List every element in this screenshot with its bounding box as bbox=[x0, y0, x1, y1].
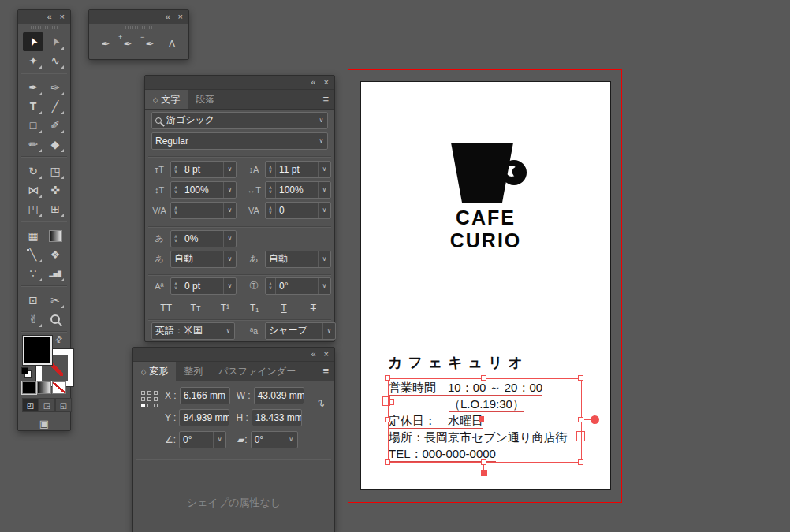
chevron-down-icon[interactable]: ∨ bbox=[223, 162, 236, 177]
superscript-button[interactable]: T¹ bbox=[211, 303, 240, 314]
paintbrush-tool[interactable]: ✐ bbox=[45, 116, 65, 135]
horizontal-scale-field[interactable]: ∧∨ 100% ∨ bbox=[265, 181, 331, 199]
tab-pathfinder[interactable]: パスファインダー bbox=[211, 362, 304, 381]
swap-fill-stroke-icon[interactable]: ⇄ bbox=[53, 333, 65, 346]
none-button[interactable] bbox=[52, 381, 66, 394]
artboard-tool[interactable]: ⊡ bbox=[23, 291, 43, 310]
aki-left-field[interactable]: 自動 ∨ bbox=[170, 251, 237, 268]
stepper[interactable]: ∧∨ bbox=[171, 162, 181, 177]
tab-paragraph[interactable]: 段落 bbox=[188, 90, 222, 109]
font-style-field[interactable]: Regular ∨ bbox=[151, 132, 328, 150]
lasso-tool[interactable]: ∿ bbox=[45, 51, 65, 70]
chevron-down-icon[interactable]: ∨ bbox=[318, 251, 330, 267]
chevron-down-icon[interactable]: ∨ bbox=[285, 432, 297, 448]
logo-text-cafe[interactable]: CAFE bbox=[361, 208, 610, 228]
vertical-scale-field[interactable]: ∧∨ 100% ∨ bbox=[170, 181, 237, 199]
screen-mode-button[interactable]: ▣ bbox=[18, 418, 70, 430]
leading-field[interactable]: ∧∨ 11 pt ∨ bbox=[265, 161, 331, 178]
language-field[interactable]: 英語：米国 ∨ bbox=[151, 322, 235, 340]
shear-angle-field[interactable]: 0° ∨ bbox=[251, 431, 298, 448]
stepper[interactable]: ∧∨ bbox=[266, 182, 276, 198]
gradient-button[interactable] bbox=[37, 381, 51, 394]
slice-tool[interactable]: ✂ bbox=[45, 291, 65, 310]
stepper[interactable]: ∧∨ bbox=[266, 278, 276, 294]
rectangle-tool[interactable]: □ bbox=[23, 116, 43, 135]
chevron-down-icon[interactable]: ∨ bbox=[315, 113, 327, 128]
eraser-tool[interactable]: ◆ bbox=[45, 135, 65, 154]
logo-text-curio[interactable]: CURIO bbox=[361, 231, 610, 251]
y-field[interactable]: 84.939 mm bbox=[179, 409, 229, 426]
magic-wand-tool[interactable]: ✦ bbox=[23, 51, 43, 70]
collapse-panel-icon[interactable]: « bbox=[311, 78, 315, 87]
pen-tool[interactable]: ✒ bbox=[95, 32, 116, 54]
gradient-tool[interactable] bbox=[45, 226, 65, 245]
constrain-proportions-icon[interactable]: ∾ bbox=[314, 396, 330, 410]
underline-button[interactable]: T bbox=[269, 303, 298, 314]
selection-handle-top-left[interactable] bbox=[385, 375, 390, 381]
fill-swatch[interactable] bbox=[23, 336, 52, 365]
stepper[interactable]: ∧∨ bbox=[171, 231, 181, 247]
antialias-field[interactable]: シャープ ∨ bbox=[265, 322, 336, 340]
tab-transform[interactable]: ◇ 変形 bbox=[133, 362, 176, 381]
draw-behind-mode[interactable]: ◲ bbox=[39, 398, 55, 412]
selection-handle-middle-right[interactable] bbox=[578, 417, 583, 422]
zoom-tool[interactable] bbox=[45, 310, 65, 329]
chevron-down-icon[interactable]: ∨ bbox=[315, 133, 327, 149]
selection-handle-bottom-center[interactable] bbox=[481, 459, 486, 465]
rotate-handle-knob[interactable] bbox=[591, 415, 599, 424]
selection-handle-top-center[interactable] bbox=[481, 375, 486, 381]
tsume-field[interactable]: ∧∨ 0% ∨ bbox=[170, 230, 237, 247]
chevron-down-icon[interactable]: ∨ bbox=[223, 251, 236, 267]
aki-right-field[interactable]: 自動 ∨ bbox=[265, 251, 331, 268]
free-transform-tool[interactable]: ◰ bbox=[23, 199, 43, 218]
close-panel-icon[interactable]: × bbox=[324, 350, 329, 359]
draw-inside-mode[interactable]: ◱ bbox=[55, 398, 72, 412]
font-family-field[interactable]: 游ゴシック ∨ bbox=[151, 112, 328, 129]
tab-character[interactable]: ◇ 文字 bbox=[145, 90, 188, 109]
text-in-port-inner[interactable] bbox=[388, 399, 394, 405]
selection-center-point[interactable] bbox=[481, 470, 487, 476]
x-field[interactable]: 6.166 mm bbox=[180, 387, 230, 404]
default-fill-stroke-icon[interactable] bbox=[21, 367, 31, 377]
perspective-grid-tool[interactable]: ⊞ bbox=[45, 199, 65, 218]
direct-selection-tool[interactable]: ➤ bbox=[45, 32, 65, 51]
scale-tool[interactable]: ◳ bbox=[45, 162, 65, 180]
all-caps-button[interactable]: TT bbox=[151, 303, 181, 314]
chevron-down-icon[interactable]: ∨ bbox=[322, 323, 335, 339]
panel-grip[interactable] bbox=[18, 24, 70, 31]
baseline-shift-field[interactable]: ∧∨ 0 pt ∨ bbox=[170, 277, 237, 295]
anchor-point-tool[interactable]: Λ bbox=[162, 32, 182, 54]
panel-cycle-icon[interactable]: ◇ bbox=[153, 95, 158, 103]
stepper[interactable]: ∧∨ bbox=[171, 203, 181, 218]
eyedropper-tool[interactable]: ╲ bbox=[23, 245, 43, 264]
close-panel-icon[interactable]: × bbox=[60, 13, 65, 21]
color-button[interactable] bbox=[22, 381, 36, 394]
collapse-panel-icon[interactable]: « bbox=[47, 13, 51, 21]
close-panel-icon[interactable]: × bbox=[324, 78, 329, 87]
font-size-field[interactable]: ∧∨ 8 pt ∨ bbox=[170, 161, 237, 178]
text-out-port[interactable] bbox=[576, 431, 585, 441]
stepper[interactable]: ∧∨ bbox=[171, 278, 181, 294]
chevron-down-icon[interactable]: ∨ bbox=[223, 203, 236, 218]
selection-handle-bottom-right[interactable] bbox=[578, 459, 583, 465]
width-tool[interactable]: ⋈ bbox=[23, 180, 43, 199]
delete-anchor-point-tool[interactable]: −✒ bbox=[140, 32, 160, 54]
chevron-down-icon[interactable]: ∨ bbox=[318, 203, 330, 218]
rotate-tool[interactable]: ↻ bbox=[23, 162, 43, 180]
selection-handle-bottom-left[interactable] bbox=[385, 459, 390, 465]
add-anchor-point-tool[interactable]: +✒ bbox=[117, 32, 138, 54]
h-field[interactable]: 18.433 mm bbox=[252, 409, 302, 426]
selected-text-frame[interactable]: 営業時間 10：00 ～ 20：00 （L.O.19:30） 定休日： 水曜日 … bbox=[388, 378, 582, 463]
column-graph-tool[interactable]: ▂▅█ bbox=[45, 264, 65, 283]
reference-point-locator[interactable] bbox=[141, 391, 158, 408]
line-segment-tool[interactable]: ╱ bbox=[45, 97, 65, 116]
chevron-down-icon[interactable]: ∨ bbox=[223, 182, 236, 198]
selection-handle-middle-left[interactable] bbox=[385, 417, 390, 422]
strikethrough-button[interactable]: T bbox=[299, 303, 328, 314]
selection-handle-top-right[interactable] bbox=[578, 375, 583, 381]
draw-normal-mode[interactable]: ◰ bbox=[22, 398, 39, 412]
stepper[interactable]: ∧∨ bbox=[171, 182, 181, 198]
shop-name-heading[interactable]: カフェキュリオ bbox=[388, 353, 528, 372]
kerning-field[interactable]: ∧∨ ∨ bbox=[170, 202, 237, 219]
chevron-down-icon[interactable]: ∨ bbox=[223, 278, 236, 294]
